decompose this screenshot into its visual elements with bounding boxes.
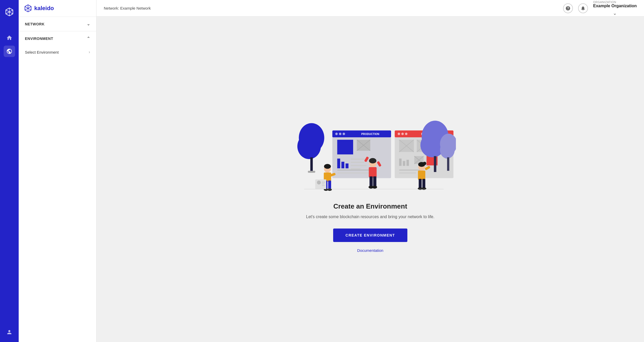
svg-rect-67: [373, 176, 376, 187]
create-env-subtitle: Let's create some blockchain resources a…: [306, 215, 435, 219]
svg-point-25: [401, 133, 404, 135]
environment-chevron-up-icon: ⌃: [87, 36, 90, 41]
network-label: Network: Example Network: [104, 6, 563, 10]
svg-point-8: [342, 133, 345, 135]
svg-point-62: [369, 158, 376, 163]
bell-icon: [580, 6, 586, 11]
main-content: Network: Example Network ORGANIZATION Ex…: [97, 0, 644, 342]
create-environment-panel: PRODUCTION: [279, 96, 461, 263]
svg-rect-18: [351, 165, 367, 166]
svg-point-46: [440, 141, 455, 159]
org-details: ORGANIZATION Example Organization: [593, 1, 637, 8]
kaleido-logo[interactable]: [1, 4, 18, 20]
topbar: Network: Example Network ORGANIZATION Ex…: [97, 0, 644, 17]
environment-section-header[interactable]: ENVIRONMENT ⌃: [19, 31, 96, 46]
network-section-label: NETWORK: [25, 22, 45, 26]
create-env-title: Create an Environment: [333, 202, 407, 210]
svg-rect-52: [328, 181, 331, 189]
left-nav-logo-icon: [24, 4, 32, 12]
sidebar-home-icon[interactable]: [4, 32, 15, 44]
svg-point-7: [339, 133, 341, 135]
org-selector[interactable]: ORGANIZATION Example Organization ⌄: [593, 1, 637, 16]
svg-point-24: [398, 133, 400, 135]
svg-point-1: [297, 134, 321, 159]
help-icon: [565, 6, 571, 11]
sidebar-globe-icon[interactable]: [4, 46, 15, 57]
documentation-link[interactable]: Documentation: [357, 248, 383, 253]
svg-point-55: [327, 188, 332, 191]
svg-rect-19: [351, 168, 361, 169]
svg-rect-76: [422, 179, 425, 188]
svg-rect-56: [315, 179, 326, 189]
svg-rect-36: [407, 160, 409, 166]
content-area: PRODUCTION: [97, 17, 644, 342]
svg-rect-13: [337, 159, 340, 168]
icon-sidebar: [0, 0, 19, 342]
logo-area: [1, 4, 18, 24]
svg-rect-47: [447, 157, 449, 171]
org-dropdown-arrow-icon: ⌄: [613, 10, 617, 16]
select-environment-chevron-right-icon: ›: [89, 50, 90, 54]
svg-point-72: [423, 162, 426, 165]
kaleido-icon: [5, 7, 14, 17]
illustration: PRODUCTION: [285, 106, 456, 194]
svg-rect-66: [369, 176, 373, 187]
select-environment-label: Select Environment: [25, 50, 59, 54]
illustration-svg: PRODUCTION: [285, 106, 456, 194]
production-label: PRODUCTION: [361, 133, 379, 136]
svg-rect-3: [308, 171, 315, 173]
svg-rect-2: [310, 157, 313, 172]
top-actions: ORGANIZATION Example Organization ⌄: [563, 1, 637, 16]
svg-point-49: [324, 164, 331, 169]
svg-point-6: [335, 133, 338, 135]
svg-rect-58: [322, 182, 325, 183]
svg-rect-35: [403, 161, 405, 166]
svg-rect-73: [418, 170, 425, 180]
help-button[interactable]: [563, 3, 573, 13]
network-chevron-down-icon: ⌄: [87, 22, 90, 26]
create-environment-button[interactable]: CREATE ENVIRONMENT: [333, 229, 408, 242]
svg-rect-75: [419, 179, 422, 188]
org-name: Example Organization: [593, 4, 637, 8]
notifications-button[interactable]: [578, 3, 588, 13]
network-section-header[interactable]: NETWORK ⌄: [19, 17, 96, 31]
svg-rect-40: [399, 169, 421, 170]
left-nav-logo-text: kaleido: [34, 5, 54, 12]
svg-rect-34: [399, 159, 401, 166]
environment-section-label: ENVIRONMENT: [25, 37, 53, 41]
svg-rect-15: [346, 163, 348, 168]
svg-point-57: [317, 181, 321, 184]
svg-rect-63: [369, 167, 376, 177]
svg-point-69: [372, 186, 377, 189]
svg-rect-60: [322, 185, 325, 186]
svg-rect-21: [337, 173, 369, 174]
left-nav: kaleido NETWORK ⌄ ENVIRONMENT ⌃ Select E…: [19, 0, 97, 342]
sidebar-bottom-icons: [4, 326, 15, 338]
sidebar-user-icon[interactable]: [4, 326, 15, 338]
svg-point-26: [405, 133, 407, 135]
svg-rect-41: [399, 173, 416, 174]
svg-rect-44: [434, 156, 436, 172]
left-nav-logo: kaleido: [19, 0, 96, 17]
org-label-small: ORGANIZATION: [593, 1, 637, 4]
svg-rect-9: [337, 140, 353, 154]
svg-point-78: [421, 187, 426, 190]
select-environment-item[interactable]: Select Environment ›: [19, 46, 96, 59]
svg-rect-59: [322, 183, 324, 184]
svg-rect-14: [341, 162, 344, 168]
svg-rect-17: [351, 162, 364, 163]
